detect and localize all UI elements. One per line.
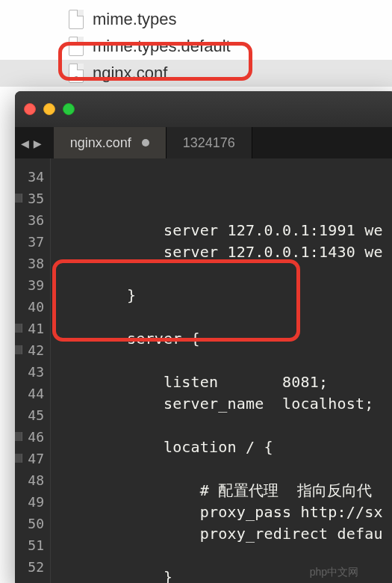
code-area[interactable]: server 127.0.0.1:1991 we server 127.0.0.… [51, 158, 392, 583]
code-line[interactable]: # 配置代理 指向反向代 [51, 480, 392, 502]
nav-forward-icon[interactable]: ▶ [34, 135, 42, 151]
gutter-marker-icon [15, 454, 22, 463]
code-line[interactable]: listen 8081; [51, 371, 392, 393]
line-number: 48 [15, 469, 50, 491]
dirty-indicator-icon [142, 139, 149, 146]
line-number: 36 [15, 209, 50, 231]
tabs: nginx.conf 1324176 [54, 127, 252, 158]
file-row-selected[interactable]: ⚙ nginx.conf [0, 60, 392, 87]
config-file-icon: ⚙ [69, 64, 84, 83]
tab-bar: ◀ ▶ nginx.conf 1324176 [15, 127, 392, 158]
line-number: 37 [15, 231, 50, 253]
tab-label: 1324176 [183, 135, 235, 151]
code-line[interactable]: server { [51, 328, 392, 350]
editor-body: 3435363738394041424344454647484950515253… [15, 158, 392, 583]
file-name: mime.types [93, 10, 176, 29]
minimize-icon[interactable] [43, 103, 55, 115]
line-number: 40 [15, 296, 50, 318]
close-icon[interactable] [24, 103, 36, 115]
file-name: mime.types.default [93, 37, 231, 56]
file-browser: mime.types mime.types.default ⚙ nginx.co… [0, 0, 392, 97]
code-line[interactable] [51, 545, 392, 567]
tab-other[interactable]: 1324176 [167, 127, 252, 158]
line-number: 39 [15, 274, 50, 296]
file-icon [69, 10, 84, 29]
code-line[interactable] [51, 458, 392, 480]
line-number: 51 [15, 534, 50, 556]
line-number: 44 [15, 383, 50, 404]
code-line[interactable]: server 127.0.0.1:1991 we [51, 220, 392, 241]
line-number: 45 [15, 404, 50, 426]
code-line[interactable]: server 127.0.0.1:1430 we [51, 241, 392, 263]
tab-label: nginx.conf [70, 135, 131, 151]
file-icon [69, 37, 84, 56]
line-number: 43 [15, 361, 50, 383]
editor-window: ◀ ▶ nginx.conf 1324176 34353637383940414… [15, 91, 392, 583]
line-number: 53 [15, 578, 50, 583]
gutter-marker-icon [15, 345, 22, 354]
nav-back-icon[interactable]: ◀ [21, 135, 29, 151]
code-line[interactable]: server_name localhost; [51, 393, 392, 415]
code-line[interactable] [51, 415, 392, 437]
file-row[interactable]: mime.types [0, 6, 392, 33]
gutter-marker-icon [15, 432, 22, 441]
code-line[interactable]: proxy_redirect defau [51, 523, 392, 545]
code-line[interactable] [51, 263, 392, 285]
line-number: 38 [15, 253, 50, 274]
code-line[interactable] [51, 350, 392, 371]
code-line[interactable] [51, 306, 392, 328]
file-name: nginx.conf [93, 64, 167, 83]
code-line[interactable]: location / { [51, 437, 392, 458]
file-row[interactable]: mime.types.default [0, 33, 392, 60]
traffic-lights [24, 103, 75, 115]
line-number: 49 [15, 491, 50, 513]
line-number-gutter: 3435363738394041424344454647484950515253 [15, 158, 51, 583]
window-titlebar[interactable] [15, 91, 392, 127]
line-number: 52 [15, 556, 50, 578]
watermark: php中文网 [310, 566, 358, 579]
tab-nginx-conf[interactable]: nginx.conf [54, 127, 167, 158]
line-number: 34 [15, 166, 50, 188]
gutter-marker-icon [15, 194, 22, 203]
zoom-icon[interactable] [63, 103, 75, 115]
code-line[interactable]: proxy_pass http://sx [51, 502, 392, 523]
nav-arrows: ◀ ▶ [15, 135, 48, 151]
gutter-marker-icon [15, 324, 22, 333]
code-line[interactable]: } [51, 285, 392, 306]
line-number: 50 [15, 513, 50, 534]
